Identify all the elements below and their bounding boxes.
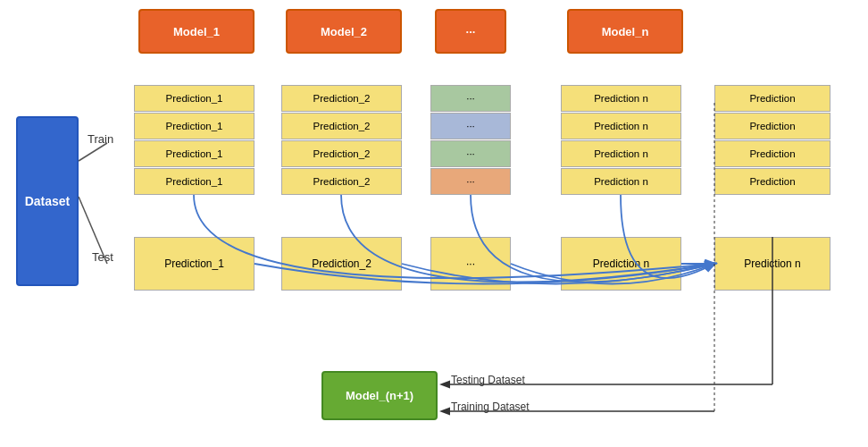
final-model-box: Model_(n+1) [321, 371, 438, 420]
train-pred-f-2: Prediction [714, 113, 830, 139]
model-n-box: Model_n [567, 9, 683, 54]
training-dataset-label: Training Dataset [451, 401, 530, 413]
train-pred-n-4: Prediction n [561, 168, 681, 195]
train-group-1: Prediction_1 Prediction_1 Prediction_1 P… [134, 85, 255, 195]
test-pred-dots: ··· [430, 237, 511, 291]
train-group-dots: ··· ··· ··· ··· [430, 85, 511, 195]
model-1-box: Model_1 [138, 9, 255, 54]
train-pred-1-2: Prediction_1 [134, 113, 255, 139]
train-pred-f-1: Prediction [714, 85, 830, 112]
train-pred-n-2: Prediction n [561, 113, 681, 139]
train-pred-2-4: Prediction_2 [281, 168, 402, 195]
test-pred-final: Prediction n [714, 237, 830, 291]
train-pred-1-1: Prediction_1 [134, 85, 255, 112]
train-pred-1-3: Prediction_1 [134, 140, 255, 167]
testing-dataset-label: Testing Dataset [451, 374, 525, 386]
model-dots-box: ··· [435, 9, 506, 54]
test-pred-n: Prediction n [561, 237, 681, 291]
train-pred-1-4: Prediction_1 [134, 168, 255, 195]
dataset-block: Dataset [16, 116, 79, 286]
train-pred-f-3: Prediction [714, 140, 830, 167]
train-group-n: Prediction n Prediction n Prediction n P… [561, 85, 681, 195]
train-pred-2-3: Prediction_2 [281, 140, 402, 167]
model-2-box: Model_2 [286, 9, 402, 54]
test-pred-2: Prediction_2 [281, 237, 402, 291]
test-pred-1: Prediction_1 [134, 237, 255, 291]
train-pred-2-1: Prediction_2 [281, 85, 402, 112]
test-label: Test [92, 250, 113, 264]
train-group-final: Prediction Prediction Prediction Predict… [714, 85, 830, 195]
dataset-label: Dataset [25, 194, 71, 208]
train-pred-2-2: Prediction_2 [281, 113, 402, 139]
train-pred-f-4: Prediction [714, 168, 830, 195]
train-group-2: Prediction_2 Prediction_2 Prediction_2 P… [281, 85, 402, 195]
diagram: Dataset Train Test Model_1 Model_2 ··· M… [0, 0, 868, 447]
train-pred-d-4: ··· [430, 168, 511, 195]
train-label: Train [88, 132, 113, 146]
train-pred-n-3: Prediction n [561, 140, 681, 167]
train-pred-d-2: ··· [430, 113, 511, 139]
train-pred-d-3: ··· [430, 140, 511, 167]
svg-line-0 [79, 143, 107, 161]
train-pred-d-1: ··· [430, 85, 511, 112]
train-pred-n-1: Prediction n [561, 85, 681, 112]
